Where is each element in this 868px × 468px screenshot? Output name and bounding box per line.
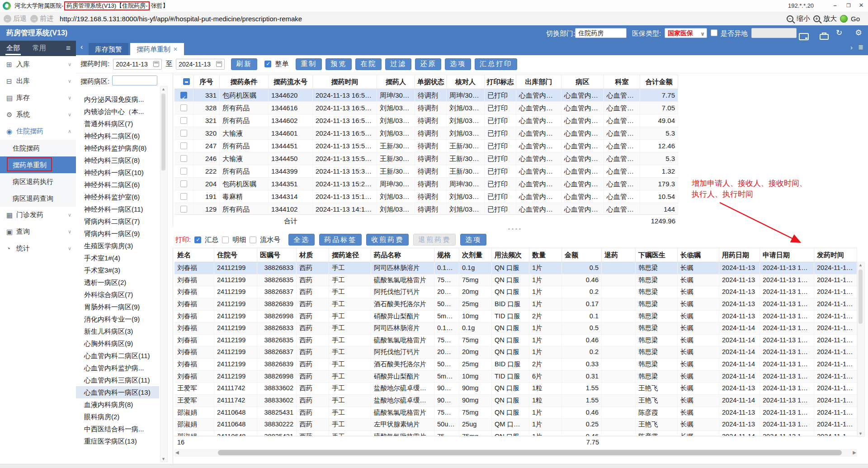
tab-scroll-left-icon[interactable] — [80, 43, 83, 51]
scrollbar-thumb[interactable] — [218, 450, 842, 455]
sidebar-item-门诊发药[interactable]: 门诊发药 — [0, 207, 76, 223]
col-header-数量[interactable]: 数量 — [529, 248, 562, 262]
col-header-申请日期[interactable]: 申请日期 — [760, 248, 814, 262]
col-header-出库部门[interactable]: 出库部门 — [516, 75, 561, 89]
col-header-次剂量[interactable]: 次剂量 — [459, 248, 492, 262]
ward-item[interactable]: 透析一病区(2) — [76, 276, 159, 288]
col-header-下嘱医生[interactable]: 下嘱医生 — [636, 248, 678, 262]
col-header-药品名称[interactable]: 药品名称 — [371, 248, 434, 262]
settings-gear-icon[interactable]: ⚙ — [854, 28, 863, 38]
ward-item[interactable]: 神经内科三病区(8) — [76, 154, 159, 166]
ward-item[interactable]: 心血管内科监护病... — [76, 362, 159, 374]
zoom-in-label[interactable]: 放大 — [823, 14, 837, 23]
ward-item[interactable]: 中西医结合科一病... — [76, 423, 159, 435]
print-button-药品标签[interactable]: 药品标签 — [319, 234, 362, 246]
ward-item[interactable]: 手术室3#(3) — [76, 264, 159, 276]
go-button[interactable]: Go — [851, 15, 860, 23]
submenu-item-病区退药查询[interactable]: 病区退药查询 — [0, 190, 76, 207]
row-checkbox[interactable] — [180, 168, 187, 175]
tab-list-icon[interactable] — [858, 43, 863, 51]
col-header-规格[interactable]: 规格 — [434, 248, 459, 262]
table-row[interactable]: 204包药机医嘱13443512024-11-13 15:28:58周珅/302… — [175, 178, 678, 190]
toolbar-button-还原[interactable]: 还原 — [415, 58, 441, 70]
print-button-选项[interactable]: 选项 — [460, 234, 486, 246]
print-checkbox-明细[interactable] — [222, 236, 229, 243]
ward-item[interactable]: 外科综合病区(7) — [76, 288, 159, 301]
select-all-checkbox[interactable] — [183, 78, 190, 85]
maximize-button[interactable] — [842, 0, 855, 11]
tab-scroll-right-icon[interactable] — [850, 43, 853, 51]
col-header-摆药时间[interactable]: 摆药时间 — [313, 75, 377, 89]
col-header-金额[interactable]: 金额 — [562, 248, 602, 262]
ward-item[interactable]: 心胸外科病区(9) — [76, 337, 159, 350]
ward-item[interactable]: 生殖医学病房(3) — [76, 240, 159, 252]
sidebar-item-出库[interactable]: 出库 — [0, 73, 76, 90]
table-row[interactable]: 刘春福2411219938826839西药手工酒石酸美托洛尔片50mg...25… — [175, 359, 857, 371]
sidebar-tab-1[interactable]: 全部 — [0, 41, 26, 56]
row-checkbox[interactable] — [180, 130, 187, 137]
refresh-icon[interactable]: ↻ — [834, 28, 844, 38]
table-row[interactable]: 191毒麻精13443142024-11-13 15:17:56刘旭/03047… — [175, 190, 678, 203]
ward-filter-input[interactable] — [112, 76, 157, 85]
submenu-item-摆药单重制[interactable]: 摆药单重制 — [0, 156, 76, 173]
panel-splitter[interactable] — [173, 227, 868, 232]
row-checkbox[interactable] — [180, 142, 187, 149]
date-to-input[interactable]: 2024-11-13 — [176, 59, 225, 70]
close-tab-icon[interactable] — [173, 43, 178, 56]
refresh-button[interactable]: 刷新 — [231, 58, 257, 70]
row-checkbox[interactable] — [180, 180, 187, 187]
table-row[interactable]: 刘春福2411219938826833西药手工阿司匹林肠溶片0.1g*...0.… — [175, 322, 857, 335]
minimize-button[interactable] — [828, 0, 842, 11]
details-horizontal-scrollbar[interactable]: ◀ ▶ — [175, 449, 857, 457]
ward-item[interactable]: 新生儿科病区(3) — [76, 325, 159, 337]
col-header-合计金额[interactable]: 合计金额 — [640, 75, 678, 89]
print-button-收煎药费[interactable]: 收煎药费 — [366, 234, 409, 246]
toolbar-button-汇总打印[interactable]: 汇总打印 — [475, 58, 517, 70]
row-checkbox[interactable] — [180, 92, 187, 99]
ward-item[interactable]: 血液内科病房(8) — [76, 398, 159, 411]
sidebar-item-入库[interactable]: 入库 — [0, 56, 76, 73]
ward-item[interactable]: 手术室1#(4) — [76, 252, 159, 264]
toolbar-button-重制[interactable]: 重制 — [296, 58, 322, 70]
ward-item[interactable]: 消化内科专业一(9) — [76, 313, 159, 325]
col-header-用法频次[interactable]: 用法频次 — [492, 248, 529, 262]
table-row[interactable]: 222所有药品13443992024-11-13 15:38:26王新/3032… — [175, 165, 678, 178]
col-header-病区[interactable]: 病区 — [561, 75, 604, 89]
sidebar-item-统计[interactable]: 统计 — [0, 240, 76, 257]
print-button-全选[interactable]: 全选 — [288, 234, 315, 246]
zoom-out-label[interactable]: 缩小 — [797, 14, 810, 23]
table-row[interactable]: 246大输液13444502024-11-13 15:54:50王新/30327… — [175, 152, 678, 165]
col-header-退药[interactable]: 退药 — [602, 248, 636, 262]
ward-item[interactable]: 普通外科病区(7) — [76, 118, 159, 130]
date-from-input[interactable]: 2024-11-13 — [113, 59, 162, 70]
table-row[interactable]: 321所有药品13446022024-11-13 16:52:26刘旭/0304… — [175, 114, 678, 127]
ward-item[interactable]: 内镜诊治中心（本... — [76, 105, 159, 118]
table-row[interactable]: 320大输液13446012024-11-13 16:52:06刘旭/03047… — [175, 127, 678, 140]
zoom-out-icon[interactable] — [787, 15, 793, 22]
remote-input[interactable] — [751, 28, 797, 38]
tab-摆药单重制[interactable]: 摆药单重制 — [130, 43, 184, 55]
col-header-姓名[interactable]: 姓名 — [175, 248, 214, 262]
col-header-核对人[interactable]: 核对人 — [447, 75, 485, 89]
col-header-住院号[interactable]: 住院号 — [214, 248, 257, 262]
scroll-down-icon[interactable]: ▼ — [858, 431, 863, 436]
sidebar-item-库存[interactable]: 库存 — [0, 90, 76, 106]
table-row[interactable]: 刘春福2411219938826837西药手工阿托伐他汀钙片20mg...20m… — [175, 286, 857, 298]
table-row[interactable]: 邵淑娟2411064838830222西药手工左甲状腺素钠片50ugx...25… — [175, 419, 857, 431]
zoom-in-icon[interactable] — [813, 15, 820, 22]
row-checkbox[interactable] — [180, 206, 187, 213]
col-header-打印标志[interactable]: 打印标志 — [485, 75, 516, 89]
toolbar-button-选项[interactable]: 选项 — [445, 58, 471, 70]
col-header-摆药途径[interactable]: 摆药途径 — [329, 248, 371, 262]
ward-item[interactable]: 心血管内科三病区(11) — [76, 374, 159, 386]
col-header-医嘱号[interactable]: 医嘱号 — [257, 248, 297, 262]
scroll-up-icon[interactable]: ▲ — [160, 87, 166, 91]
ward-scrollbar[interactable]: ▲ ▼ — [160, 86, 168, 462]
scroll-down-icon[interactable]: ▼ — [160, 457, 166, 461]
table-row[interactable]: 刘春福2411219938826833西药手工阿司匹林肠溶片0.1g*...0.… — [175, 262, 857, 274]
ward-item[interactable]: 神经内科监护病房(8) — [76, 142, 159, 154]
scroll-left-icon[interactable]: ◀ — [175, 450, 179, 455]
card-reader-icon[interactable] — [799, 33, 809, 40]
table-row[interactable]: 刘春福2411219938826998西药手工硝酸异山梨酯片5mg*...10m… — [175, 311, 857, 323]
table-row[interactable]: 邵淑娟2411064838825431西药手工硫酸氢氯吡格雷片75mg...75… — [175, 407, 857, 419]
